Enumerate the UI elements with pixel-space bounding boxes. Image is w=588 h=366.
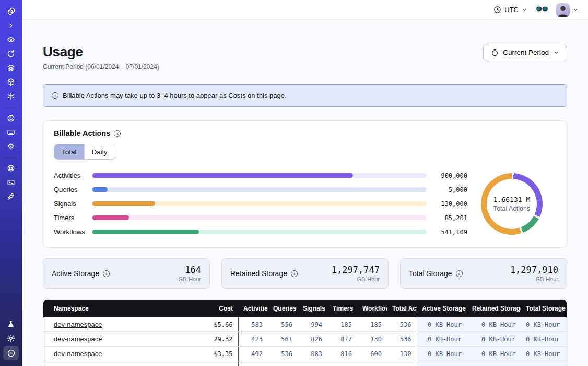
theme-sun-icon[interactable]	[3, 331, 19, 345]
info-icon[interactable]	[103, 270, 110, 277]
bar-track	[92, 215, 427, 220]
temporal-logo-icon[interactable]	[3, 5, 19, 18]
namespace-link[interactable]: dev-namespace	[54, 321, 102, 328]
timezone-selector[interactable]: UTC	[493, 6, 528, 14]
storage-card-unit: GB-Hour	[332, 276, 380, 282]
main-area: UTC Usage Current Period (06/01/2024 – 0…	[22, 0, 588, 366]
cell-retained-storage: 0 KB-Hour	[467, 347, 521, 361]
cell-timers: 877	[327, 332, 357, 347]
cell-cost: $3.35	[190, 347, 238, 361]
svg-text:$: $	[10, 351, 13, 356]
getting-started-rocket-icon[interactable]	[3, 190, 19, 203]
cell-retained-storage: 0 KB-Hour	[467, 332, 521, 347]
bar-track	[92, 230, 427, 234]
column-header-active-storage: Active Storage	[417, 300, 467, 317]
column-header-namespace: Namespace	[43, 300, 190, 317]
namespace-link[interactable]: dev-namespace	[54, 335, 102, 343]
user-menu[interactable]	[556, 3, 579, 17]
history-clock-icon[interactable]	[3, 47, 19, 60]
cell-workflows: 130	[357, 332, 387, 347]
cell-activities: 583	[238, 317, 268, 332]
tab-total[interactable]: Total	[54, 144, 84, 159]
namespace-cell: dev-namespace	[43, 332, 190, 347]
cell-cost: 29.32	[190, 332, 238, 347]
bar-fill	[92, 187, 108, 192]
table-header-row: NamespaceCostActivitiesQueriesSignalsTim…	[43, 300, 567, 317]
table-row: dev-namespace$3.354925368838166001300 KB…	[43, 347, 567, 361]
column-header-queries: Queries	[268, 300, 298, 317]
asterisk-icon[interactable]	[3, 89, 19, 102]
billing-card-icon[interactable]	[3, 125, 19, 139]
cell-signals: 826	[298, 332, 327, 347]
namespace-cell: dev-namespace	[43, 347, 190, 361]
bar-label: Timers	[54, 214, 92, 222]
labs-flask-icon[interactable]	[3, 317, 19, 330]
total-actions-label: Total Actions	[493, 205, 530, 212]
sidebar-divider	[4, 157, 18, 157]
info-icon	[52, 92, 58, 99]
column-header-total-storage: Total Storage	[521, 300, 567, 317]
bar-fill	[92, 201, 155, 206]
info-banner: Billable Actions may take up to 3–4 hour…	[43, 84, 567, 107]
feedback-monitor-icon[interactable]	[3, 176, 19, 189]
cell-signals: 994	[298, 317, 327, 332]
sidebar-divider	[4, 107, 18, 107]
column-header-cost: Cost	[190, 300, 238, 317]
column-header-activities: Activities	[238, 300, 268, 317]
cell-activities: 423	[238, 332, 268, 347]
cell-total-actions: 536	[387, 332, 417, 347]
usage-coin-icon[interactable]: $	[3, 346, 19, 360]
storage-card-label: Active Storage	[52, 269, 99, 278]
tab-daily[interactable]: Daily	[84, 144, 115, 159]
bar-row-queries: Queries5,000	[54, 182, 467, 197]
billable-actions-card: Billable Actions TotalDaily Activities90…	[43, 120, 567, 248]
bar-fill	[92, 230, 199, 234]
app-window: ⚙ $ UTC	[0, 0, 588, 366]
cell-timers: 816	[327, 347, 357, 361]
chevron-down-icon	[553, 50, 559, 56]
cell-total-actions: 130	[387, 347, 417, 361]
chevron-down-icon	[572, 7, 579, 13]
period-dropdown-label: Current Period	[503, 49, 549, 56]
table-row-partial	[43, 361, 567, 366]
cell-active-storage: 0 KB-Hour	[417, 347, 467, 361]
info-icon[interactable]	[291, 270, 298, 277]
bar-value: 900,000	[427, 172, 467, 179]
namespaces-eye-icon[interactable]	[3, 33, 19, 46]
cell-workflows: 185	[357, 317, 387, 332]
cell-total-actions: 536	[387, 317, 417, 332]
cell-queries: 536	[268, 347, 298, 361]
table-body: dev-namespace$5.665835569941851855360 KB…	[43, 317, 567, 366]
bar-label: Activities	[54, 171, 92, 179]
storage-card-unit: GB-Hour	[510, 276, 558, 282]
page-title: Usage	[43, 44, 159, 60]
bar-value: 85,201	[427, 214, 467, 222]
bar-label: Workflows	[54, 228, 92, 236]
cell-queries: 561	[268, 332, 298, 347]
page-content: Usage Current Period (06/01/2024 – 07/01…	[22, 20, 588, 366]
storage-card-unit: GB-Hour	[179, 276, 201, 282]
cell-cost: $5.66	[190, 317, 238, 332]
layers-icon[interactable]	[3, 61, 19, 74]
avatar	[556, 3, 570, 17]
cube-icon[interactable]	[3, 75, 19, 88]
bar-track	[92, 173, 427, 178]
storage-card-active-storage: Active Storage164GB-Hour	[43, 258, 210, 289]
cell-activities: 492	[238, 347, 268, 361]
info-icon[interactable]	[114, 130, 121, 137]
column-header-retained-storage: Retained Storage	[467, 300, 521, 317]
namespace-link[interactable]: dev-namespace	[54, 350, 102, 358]
bar-row-activities: Activities900,000	[54, 168, 467, 182]
expand-chevron-icon[interactable]	[3, 19, 19, 32]
period-dropdown-button[interactable]: Current Period	[483, 44, 567, 61]
info-icon[interactable]	[456, 270, 463, 277]
glasses-icon[interactable]	[536, 5, 548, 15]
settings-gear-icon[interactable]: ⚙	[3, 140, 19, 153]
support-lifebuoy-icon[interactable]	[3, 162, 19, 175]
storage-card-value: 1,297,747	[332, 265, 380, 275]
bar-track	[92, 201, 427, 206]
total-daily-tabs: TotalDaily	[54, 144, 115, 160]
column-header-timers: Timers	[327, 300, 357, 317]
cell-retained-storage: 0 KB-Hour	[467, 317, 521, 332]
dashboard-gauge-icon[interactable]	[3, 111, 19, 124]
